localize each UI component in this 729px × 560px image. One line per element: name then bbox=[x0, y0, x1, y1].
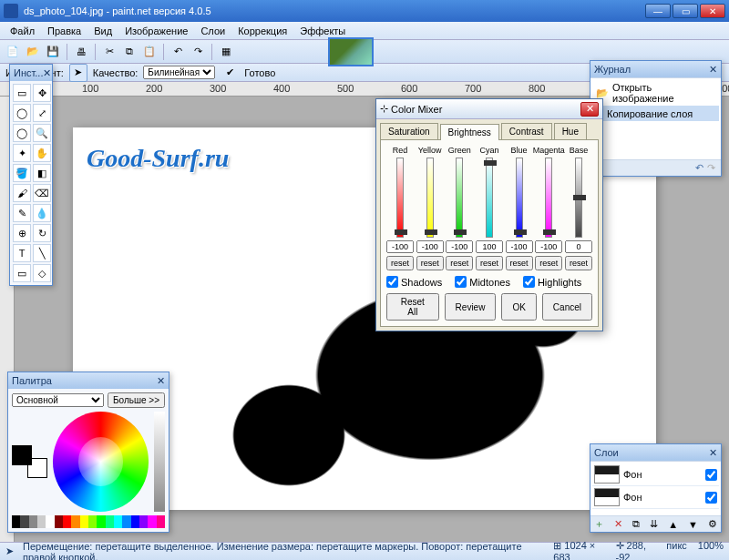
print-icon[interactable]: 🖶 bbox=[72, 43, 90, 61]
slider-reset-button[interactable]: reset bbox=[506, 256, 533, 270]
history-item[interactable]: 📂Открыть изображение bbox=[592, 80, 719, 106]
tool-text[interactable]: T bbox=[13, 244, 31, 262]
history-panel[interactable]: Журнал✕ 📂Открыть изображение ⧉Копировани… bbox=[590, 60, 722, 177]
slider-track[interactable] bbox=[426, 158, 434, 238]
strip-swatch[interactable] bbox=[80, 515, 88, 528]
color-wheel[interactable] bbox=[53, 412, 149, 512]
value-slider[interactable] bbox=[154, 412, 165, 512]
menu-adjust[interactable]: Коррекция bbox=[231, 24, 293, 38]
tab-hue[interactable]: Hue bbox=[554, 123, 587, 139]
tab-saturation[interactable]: Saturation bbox=[380, 123, 438, 139]
tool-lasso[interactable]: ◯ bbox=[13, 104, 31, 122]
tool-move[interactable]: ✥ bbox=[33, 84, 51, 102]
copy-icon[interactable]: ⧉ bbox=[120, 43, 139, 61]
slider-reset-button[interactable]: reset bbox=[446, 256, 473, 270]
tool-select-rect[interactable]: ▭ bbox=[13, 84, 31, 102]
strip-swatch[interactable] bbox=[139, 515, 148, 528]
cut-icon[interactable]: ✂ bbox=[100, 43, 118, 61]
tool-clone[interactable]: ⊕ bbox=[13, 224, 31, 242]
strip-swatch[interactable] bbox=[97, 515, 105, 528]
grid-icon[interactable]: ▦ bbox=[217, 43, 235, 61]
layers-panel[interactable]: Слои✕ Фон Фон ＋ ✕ ⧉ ⇊ ▲ ▼ ⚙ bbox=[590, 443, 722, 533]
slider-reset-button[interactable]: reset bbox=[565, 256, 592, 270]
redo-icon[interactable]: ↷ bbox=[189, 43, 207, 61]
slider-handle[interactable] bbox=[395, 229, 407, 235]
tool-wand[interactable]: ✦ bbox=[13, 144, 31, 162]
maximize-button[interactable]: ▭ bbox=[673, 4, 698, 18]
tools-panel[interactable]: Инст...✕ ▭ ✥ ◯ ⤢ ◯ 🔍 ✦ ✋ 🪣 ◧ 🖌 ⌫ ✎ 💧 ⊕ ↻… bbox=[9, 64, 53, 286]
tool-brush[interactable]: 🖌 bbox=[13, 184, 31, 202]
close-button[interactable]: ✕ bbox=[700, 4, 725, 18]
tab-brightness[interactable]: Brightness bbox=[440, 124, 499, 140]
strip-swatch[interactable] bbox=[20, 515, 28, 528]
tool-pan[interactable]: ✋ bbox=[33, 144, 51, 162]
shadows-checkbox[interactable]: Shadows bbox=[386, 276, 442, 288]
strip-swatch[interactable] bbox=[114, 515, 122, 528]
menu-image[interactable]: Изображение bbox=[118, 24, 194, 38]
strip-swatch[interactable] bbox=[71, 515, 79, 528]
history-panel-header[interactable]: Журнал✕ bbox=[590, 61, 721, 77]
slider-handle[interactable] bbox=[425, 229, 437, 235]
palette-panel[interactable]: Палитра✕ Основной Больше >> bbox=[7, 372, 169, 533]
duplicate-layer-icon[interactable]: ⧉ bbox=[632, 518, 640, 530]
slider-value-input[interactable] bbox=[476, 240, 503, 253]
add-layer-icon[interactable]: ＋ bbox=[594, 517, 604, 531]
tool-ellipse-sel[interactable]: ◯ bbox=[13, 124, 31, 142]
slider-handle[interactable] bbox=[543, 229, 556, 235]
undo-icon[interactable]: ↶ bbox=[695, 162, 703, 174]
undo-icon[interactable]: ↶ bbox=[169, 43, 187, 61]
open-icon[interactable]: 📂 bbox=[24, 43, 42, 61]
menu-edit[interactable]: Правка bbox=[41, 24, 87, 38]
move-down-icon[interactable]: ▼ bbox=[688, 519, 698, 530]
slider-handle[interactable] bbox=[484, 160, 497, 166]
menu-layers[interactable]: Слои bbox=[194, 24, 231, 38]
merge-layer-icon[interactable]: ⇊ bbox=[650, 518, 658, 530]
strip-swatch[interactable] bbox=[106, 515, 114, 528]
slider-reset-button[interactable]: reset bbox=[535, 256, 562, 270]
delete-layer-icon[interactable]: ✕ bbox=[614, 518, 622, 530]
strip-swatch[interactable] bbox=[122, 515, 130, 528]
slider-handle[interactable] bbox=[454, 229, 467, 235]
slider-track[interactable] bbox=[456, 158, 463, 238]
active-tool-icon[interactable]: ➤ bbox=[69, 64, 87, 82]
slider-track[interactable] bbox=[396, 158, 404, 238]
strip-swatch[interactable] bbox=[131, 515, 139, 528]
slider-reset-button[interactable]: reset bbox=[416, 256, 444, 270]
strip-swatch[interactable] bbox=[157, 515, 165, 528]
slider-track[interactable] bbox=[516, 158, 523, 238]
layer-visible-checkbox[interactable] bbox=[705, 469, 717, 481]
strip-swatch[interactable] bbox=[29, 515, 37, 528]
color-mixer-dialog[interactable]: ⊹ Color Mixer ✕ Saturation Brightness Co… bbox=[375, 98, 603, 331]
strip-swatch[interactable] bbox=[37, 515, 46, 528]
tools-panel-header[interactable]: Инст...✕ bbox=[10, 65, 52, 81]
strip-swatch[interactable] bbox=[46, 515, 54, 528]
slider-value-input[interactable] bbox=[565, 240, 592, 253]
layer-item[interactable]: Фон bbox=[592, 486, 719, 509]
cancel-button[interactable]: Cancel bbox=[542, 293, 592, 321]
tool-shapes[interactable]: ◇ bbox=[33, 264, 51, 282]
tool-fill[interactable]: 🪣 bbox=[13, 164, 31, 182]
reset-all-button[interactable]: Reset All bbox=[386, 293, 439, 321]
strip-swatch[interactable] bbox=[55, 515, 63, 528]
close-icon[interactable]: ✕ bbox=[157, 375, 165, 387]
menu-view[interactable]: Вид bbox=[87, 24, 118, 38]
redo-icon[interactable]: ↷ bbox=[707, 162, 715, 174]
strip-swatch[interactable] bbox=[148, 515, 156, 528]
foreground-color[interactable] bbox=[12, 445, 32, 465]
strip-swatch[interactable] bbox=[63, 515, 71, 528]
slider-value-input[interactable] bbox=[506, 240, 533, 253]
dialog-close-button[interactable]: ✕ bbox=[580, 102, 599, 117]
menu-effects[interactable]: Эффекты bbox=[293, 24, 352, 38]
layer-item[interactable]: Фон bbox=[592, 463, 719, 486]
slider-value-input[interactable] bbox=[386, 240, 414, 253]
tool-picker[interactable]: 💧 bbox=[33, 204, 51, 222]
close-icon[interactable]: ✕ bbox=[709, 447, 717, 459]
more-button[interactable]: Больше >> bbox=[108, 392, 165, 408]
save-icon[interactable]: 💾 bbox=[44, 43, 62, 61]
highlights-checkbox[interactable]: Highlights bbox=[523, 276, 581, 288]
dialog-header[interactable]: ⊹ Color Mixer ✕ bbox=[376, 99, 602, 119]
tool-line[interactable]: ╲ bbox=[33, 244, 51, 262]
strip-swatch[interactable] bbox=[12, 515, 20, 528]
finish-icon[interactable]: ✔ bbox=[221, 64, 239, 82]
slider-value-input[interactable] bbox=[446, 240, 473, 253]
